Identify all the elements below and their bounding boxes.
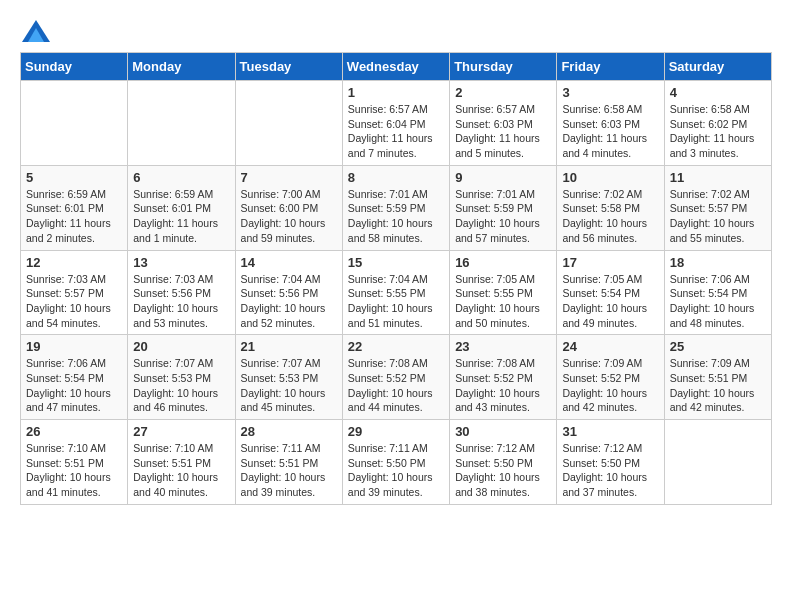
day-number: 28: [241, 424, 337, 439]
day-number: 12: [26, 255, 122, 270]
day-number: 29: [348, 424, 444, 439]
calendar-cell: [664, 420, 771, 505]
day-info: Sunrise: 7:00 AM Sunset: 6:00 PM Dayligh…: [241, 187, 337, 246]
calendar-cell: 3Sunrise: 6:58 AM Sunset: 6:03 PM Daylig…: [557, 81, 664, 166]
day-number: 31: [562, 424, 658, 439]
day-info: Sunrise: 6:57 AM Sunset: 6:03 PM Dayligh…: [455, 102, 551, 161]
calendar-cell: 31Sunrise: 7:12 AM Sunset: 5:50 PM Dayli…: [557, 420, 664, 505]
calendar-cell: 11Sunrise: 7:02 AM Sunset: 5:57 PM Dayli…: [664, 165, 771, 250]
day-number: 25: [670, 339, 766, 354]
calendar-cell: 26Sunrise: 7:10 AM Sunset: 5:51 PM Dayli…: [21, 420, 128, 505]
day-number: 27: [133, 424, 229, 439]
weekday-header: Saturday: [664, 53, 771, 81]
day-number: 30: [455, 424, 551, 439]
day-info: Sunrise: 7:10 AM Sunset: 5:51 PM Dayligh…: [26, 441, 122, 500]
day-info: Sunrise: 7:03 AM Sunset: 5:57 PM Dayligh…: [26, 272, 122, 331]
weekday-header: Thursday: [450, 53, 557, 81]
day-number: 20: [133, 339, 229, 354]
calendar-cell: 10Sunrise: 7:02 AM Sunset: 5:58 PM Dayli…: [557, 165, 664, 250]
calendar-week-row: 26Sunrise: 7:10 AM Sunset: 5:51 PM Dayli…: [21, 420, 772, 505]
day-info: Sunrise: 7:08 AM Sunset: 5:52 PM Dayligh…: [348, 356, 444, 415]
calendar-cell: 12Sunrise: 7:03 AM Sunset: 5:57 PM Dayli…: [21, 250, 128, 335]
day-number: 23: [455, 339, 551, 354]
day-info: Sunrise: 7:08 AM Sunset: 5:52 PM Dayligh…: [455, 356, 551, 415]
day-number: 24: [562, 339, 658, 354]
weekday-header: Wednesday: [342, 53, 449, 81]
calendar-cell: 14Sunrise: 7:04 AM Sunset: 5:56 PM Dayli…: [235, 250, 342, 335]
calendar-cell: 4Sunrise: 6:58 AM Sunset: 6:02 PM Daylig…: [664, 81, 771, 166]
calendar-cell: 1Sunrise: 6:57 AM Sunset: 6:04 PM Daylig…: [342, 81, 449, 166]
day-info: Sunrise: 7:09 AM Sunset: 5:52 PM Dayligh…: [562, 356, 658, 415]
day-number: 16: [455, 255, 551, 270]
calendar-cell: 5Sunrise: 6:59 AM Sunset: 6:01 PM Daylig…: [21, 165, 128, 250]
day-number: 22: [348, 339, 444, 354]
day-info: Sunrise: 7:02 AM Sunset: 5:58 PM Dayligh…: [562, 187, 658, 246]
day-info: Sunrise: 7:12 AM Sunset: 5:50 PM Dayligh…: [455, 441, 551, 500]
day-info: Sunrise: 7:04 AM Sunset: 5:55 PM Dayligh…: [348, 272, 444, 331]
calendar-body: 1Sunrise: 6:57 AM Sunset: 6:04 PM Daylig…: [21, 81, 772, 505]
day-number: 17: [562, 255, 658, 270]
weekday-header: Sunday: [21, 53, 128, 81]
day-info: Sunrise: 7:10 AM Sunset: 5:51 PM Dayligh…: [133, 441, 229, 500]
calendar-table: SundayMondayTuesdayWednesdayThursdayFrid…: [20, 52, 772, 505]
logo: [20, 20, 50, 42]
calendar-cell: 24Sunrise: 7:09 AM Sunset: 5:52 PM Dayli…: [557, 335, 664, 420]
day-number: 7: [241, 170, 337, 185]
calendar-cell: 18Sunrise: 7:06 AM Sunset: 5:54 PM Dayli…: [664, 250, 771, 335]
calendar-cell: 6Sunrise: 6:59 AM Sunset: 6:01 PM Daylig…: [128, 165, 235, 250]
calendar-cell: 17Sunrise: 7:05 AM Sunset: 5:54 PM Dayli…: [557, 250, 664, 335]
calendar-cell: 15Sunrise: 7:04 AM Sunset: 5:55 PM Dayli…: [342, 250, 449, 335]
day-number: 21: [241, 339, 337, 354]
calendar-cell: 7Sunrise: 7:00 AM Sunset: 6:00 PM Daylig…: [235, 165, 342, 250]
calendar-cell: 23Sunrise: 7:08 AM Sunset: 5:52 PM Dayli…: [450, 335, 557, 420]
calendar-week-row: 1Sunrise: 6:57 AM Sunset: 6:04 PM Daylig…: [21, 81, 772, 166]
day-info: Sunrise: 7:07 AM Sunset: 5:53 PM Dayligh…: [241, 356, 337, 415]
logo-icon: [22, 20, 50, 42]
day-info: Sunrise: 7:09 AM Sunset: 5:51 PM Dayligh…: [670, 356, 766, 415]
page-header: [20, 20, 772, 42]
day-number: 9: [455, 170, 551, 185]
calendar-week-row: 19Sunrise: 7:06 AM Sunset: 5:54 PM Dayli…: [21, 335, 772, 420]
calendar-week-row: 5Sunrise: 6:59 AM Sunset: 6:01 PM Daylig…: [21, 165, 772, 250]
weekday-header: Monday: [128, 53, 235, 81]
day-info: Sunrise: 7:01 AM Sunset: 5:59 PM Dayligh…: [348, 187, 444, 246]
calendar-cell: 8Sunrise: 7:01 AM Sunset: 5:59 PM Daylig…: [342, 165, 449, 250]
weekday-header: Friday: [557, 53, 664, 81]
day-number: 1: [348, 85, 444, 100]
calendar-cell: 16Sunrise: 7:05 AM Sunset: 5:55 PM Dayli…: [450, 250, 557, 335]
calendar-cell: 20Sunrise: 7:07 AM Sunset: 5:53 PM Dayli…: [128, 335, 235, 420]
calendar-cell: 2Sunrise: 6:57 AM Sunset: 6:03 PM Daylig…: [450, 81, 557, 166]
day-info: Sunrise: 6:57 AM Sunset: 6:04 PM Dayligh…: [348, 102, 444, 161]
day-info: Sunrise: 7:05 AM Sunset: 5:54 PM Dayligh…: [562, 272, 658, 331]
day-number: 19: [26, 339, 122, 354]
calendar-cell: 9Sunrise: 7:01 AM Sunset: 5:59 PM Daylig…: [450, 165, 557, 250]
day-info: Sunrise: 7:04 AM Sunset: 5:56 PM Dayligh…: [241, 272, 337, 331]
day-number: 2: [455, 85, 551, 100]
day-info: Sunrise: 7:03 AM Sunset: 5:56 PM Dayligh…: [133, 272, 229, 331]
day-number: 13: [133, 255, 229, 270]
calendar-header: SundayMondayTuesdayWednesdayThursdayFrid…: [21, 53, 772, 81]
day-number: 26: [26, 424, 122, 439]
day-info: Sunrise: 7:07 AM Sunset: 5:53 PM Dayligh…: [133, 356, 229, 415]
calendar-cell: 25Sunrise: 7:09 AM Sunset: 5:51 PM Dayli…: [664, 335, 771, 420]
calendar-cell: 27Sunrise: 7:10 AM Sunset: 5:51 PM Dayli…: [128, 420, 235, 505]
calendar-cell: 29Sunrise: 7:11 AM Sunset: 5:50 PM Dayli…: [342, 420, 449, 505]
day-number: 3: [562, 85, 658, 100]
day-number: 4: [670, 85, 766, 100]
calendar-cell: 22Sunrise: 7:08 AM Sunset: 5:52 PM Dayli…: [342, 335, 449, 420]
calendar-cell: [128, 81, 235, 166]
day-number: 5: [26, 170, 122, 185]
day-info: Sunrise: 7:05 AM Sunset: 5:55 PM Dayligh…: [455, 272, 551, 331]
day-info: Sunrise: 7:06 AM Sunset: 5:54 PM Dayligh…: [26, 356, 122, 415]
day-info: Sunrise: 7:11 AM Sunset: 5:50 PM Dayligh…: [348, 441, 444, 500]
day-info: Sunrise: 7:06 AM Sunset: 5:54 PM Dayligh…: [670, 272, 766, 331]
calendar-week-row: 12Sunrise: 7:03 AM Sunset: 5:57 PM Dayli…: [21, 250, 772, 335]
day-number: 14: [241, 255, 337, 270]
day-number: 10: [562, 170, 658, 185]
day-info: Sunrise: 6:58 AM Sunset: 6:02 PM Dayligh…: [670, 102, 766, 161]
calendar-cell: 28Sunrise: 7:11 AM Sunset: 5:51 PM Dayli…: [235, 420, 342, 505]
day-info: Sunrise: 7:11 AM Sunset: 5:51 PM Dayligh…: [241, 441, 337, 500]
calendar-cell: 19Sunrise: 7:06 AM Sunset: 5:54 PM Dayli…: [21, 335, 128, 420]
day-info: Sunrise: 7:12 AM Sunset: 5:50 PM Dayligh…: [562, 441, 658, 500]
day-number: 11: [670, 170, 766, 185]
